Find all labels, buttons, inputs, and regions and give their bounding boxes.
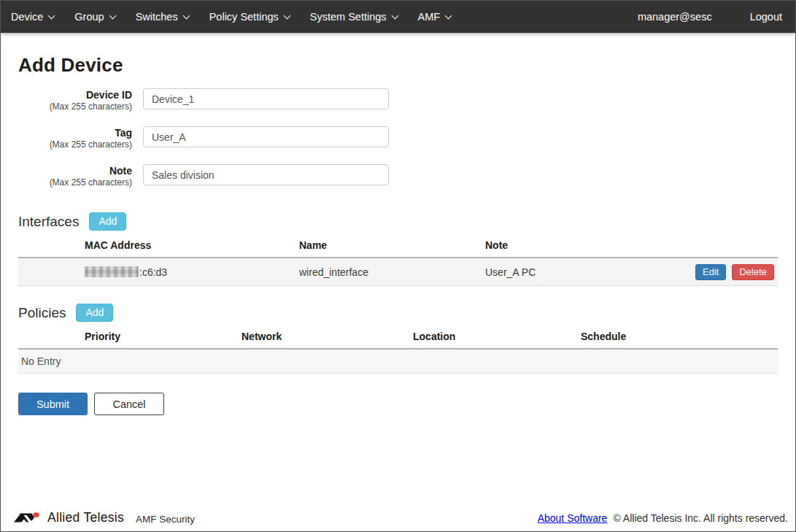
nav-menu-device[interactable]: Device — [11, 11, 54, 23]
tag-label: Tag — [18, 127, 132, 139]
device-id-field[interactable] — [143, 88, 389, 109]
form-row-tag: Tag (Max 255 characters) — [18, 126, 778, 150]
policies-section-header: Policies Add — [18, 304, 778, 322]
nav-menu-switches-label: Switches — [136, 11, 178, 23]
submit-button[interactable]: Submit — [18, 393, 88, 415]
nav-menu-policy-settings-label: Policy Settings — [209, 11, 279, 23]
chevron-down-icon — [109, 12, 116, 19]
tag-field[interactable] — [143, 126, 389, 147]
device-id-hint: (Max 255 characters) — [18, 101, 132, 112]
nav-menu-policy-settings[interactable]: Policy Settings — [209, 11, 290, 23]
nav-menu-system-settings[interactable]: System Settings — [310, 11, 398, 23]
form-actions: Submit Cancel — [18, 393, 778, 415]
mac-visible-text: :c6:d3 — [139, 266, 167, 278]
note-field[interactable] — [143, 164, 389, 185]
policies-table-header: Priority Network Location Schedule — [18, 331, 778, 350]
col-header-name: Name — [299, 239, 485, 251]
col-header-priority: Priority — [18, 331, 241, 342]
top-navbar: Device Group Switches Policy Settings Sy… — [1, 1, 795, 33]
delete-button[interactable]: Delete — [732, 264, 774, 280]
allied-telesis-logo — [14, 512, 43, 525]
main-content: Add Device Device ID (Max 255 characters… — [1, 33, 795, 506]
about-software-link[interactable]: About Software — [538, 512, 608, 524]
product-name: AMF Security — [136, 514, 195, 525]
nav-menu-system-settings-label: System Settings — [310, 11, 387, 23]
nav-menu-group-label: Group — [74, 11, 104, 23]
note-hint: (Max 255 characters) — [18, 177, 132, 188]
mac-redacted-block — [85, 266, 139, 277]
edit-button[interactable]: Edit — [695, 264, 726, 280]
device-id-label: Device ID — [18, 89, 132, 101]
policies-empty-row: No Entry — [18, 350, 778, 374]
col-header-network: Network — [241, 331, 413, 342]
form-row-note: Note (Max 255 characters) — [18, 164, 778, 188]
note-label: Note — [18, 165, 132, 177]
nav-menu-amf[interactable]: AMF — [418, 11, 452, 23]
nav-menu-device-label: Device — [11, 11, 43, 23]
logout-button[interactable]: Logout — [750, 11, 782, 23]
brand-wordmark: Allied Telesis — [47, 510, 124, 525]
col-header-location: Location — [413, 331, 581, 342]
policies-add-button[interactable]: Add — [76, 304, 113, 322]
interface-name-cell: wired_interface — [299, 266, 485, 278]
copyright-text: © Allied Telesis Inc. All rights reserve… — [613, 512, 788, 524]
interfaces-add-button[interactable]: Add — [89, 212, 126, 231]
nav-menu-group[interactable]: Group — [74, 11, 115, 23]
col-header-schedule: Schedule — [581, 331, 778, 342]
col-header-note: Note — [485, 239, 778, 251]
app-window: Device Group Switches Policy Settings Sy… — [0, 0, 796, 532]
allied-telesis-brand: Allied Telesis AMF Security — [14, 510, 195, 525]
form-row-device-id: Device ID (Max 255 characters) — [18, 88, 778, 112]
interfaces-table: MAC Address Name Note :c6:d3 wired_inter… — [18, 239, 778, 286]
cancel-button[interactable]: Cancel — [94, 393, 164, 415]
chevron-down-icon — [391, 12, 398, 19]
policies-table: Priority Network Location Schedule No En… — [18, 331, 778, 374]
nav-menu-switches[interactable]: Switches — [136, 11, 189, 23]
tag-hint: (Max 255 characters) — [18, 139, 132, 150]
interfaces-title: Interfaces — [18, 214, 79, 230]
interfaces-table-header: MAC Address Name Note — [18, 239, 778, 258]
chevron-down-icon — [445, 12, 452, 19]
page-title: Add Device — [18, 54, 778, 77]
mac-address-cell: :c6:d3 — [18, 266, 299, 278]
table-row: :c6:d3 wired_interface User_A PC Edit De… — [18, 258, 778, 286]
chevron-down-icon — [283, 12, 290, 19]
chevron-down-icon — [48, 12, 55, 19]
chevron-down-icon — [182, 12, 190, 19]
col-header-mac-address: MAC Address — [18, 239, 299, 251]
interfaces-section-header: Interfaces Add — [18, 212, 778, 231]
policies-title: Policies — [18, 305, 66, 321]
nav-menu-amf-label: AMF — [418, 11, 441, 23]
page-footer: Allied Telesis AMF Security About Softwa… — [1, 506, 795, 531]
interface-note-cell: User_A PC — [485, 266, 695, 278]
logged-in-user: manager@sesc — [638, 11, 712, 23]
